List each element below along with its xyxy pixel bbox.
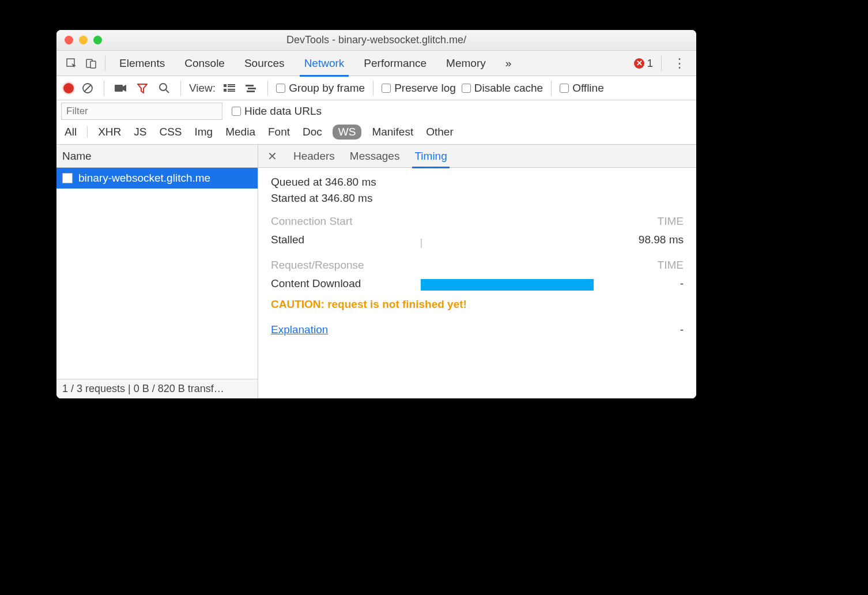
tab-headers[interactable]: Headers: [291, 145, 337, 168]
titlebar: DevTools - binary-websocket.glitch.me/: [56, 30, 696, 51]
network-body: Name binary-websocket.glitch.me 1 / 3 re…: [56, 145, 696, 398]
inspect-element-icon[interactable]: [63, 55, 80, 71]
separator: [551, 81, 552, 96]
tab-timing[interactable]: Timing: [412, 145, 449, 168]
separator: [661, 56, 662, 71]
queued-text: Queued at 346.80 ms: [271, 176, 684, 189]
tab-console[interactable]: Console: [176, 51, 233, 76]
type-all[interactable]: All: [62, 125, 79, 140]
tab-elements[interactable]: Elements: [111, 51, 173, 76]
time-header: TIME: [658, 259, 684, 272]
filter-row: Hide data URLs: [56, 100, 696, 122]
checkbox-label: Offline: [572, 82, 604, 95]
content-download-row: Content Download -: [271, 275, 684, 292]
svg-line-7: [166, 90, 169, 93]
stalled-row: Stalled 98.98 ms: [271, 231, 684, 248]
checkbox-icon: [382, 84, 391, 93]
type-font[interactable]: Font: [266, 125, 292, 140]
stalled-value: 98.98 ms: [620, 234, 684, 246]
svg-rect-5: [115, 85, 123, 92]
type-media[interactable]: Media: [223, 125, 258, 140]
filter-icon[interactable]: [134, 80, 150, 96]
error-badge[interactable]: ✕ 1: [634, 57, 653, 70]
checkbox-icon: [232, 107, 241, 116]
search-icon[interactable]: [156, 80, 172, 96]
status-bar: 1 / 3 requests | 0 B / 820 B transf…: [56, 379, 258, 398]
hide-data-urls-checkbox[interactable]: Hide data URLs: [232, 105, 322, 118]
type-css[interactable]: CSS: [157, 125, 184, 140]
preserve-log-checkbox[interactable]: Preserve log: [382, 82, 456, 95]
checkbox-label: Preserve log: [394, 82, 456, 95]
tab-label: Sources: [244, 57, 285, 70]
tabs-overflow[interactable]: »: [497, 51, 520, 76]
svg-rect-8: [224, 84, 227, 87]
type-ws[interactable]: WS: [333, 125, 362, 140]
svg-rect-13: [228, 91, 235, 92]
explanation-row: Explanation -: [271, 323, 684, 336]
explanation-link[interactable]: Explanation: [271, 323, 328, 336]
clear-icon[interactable]: [80, 80, 96, 96]
record-button[interactable]: [63, 83, 74, 93]
separator: [104, 81, 104, 96]
separator: [87, 126, 88, 138]
explanation-value: -: [680, 323, 684, 336]
large-rows-icon[interactable]: [221, 80, 237, 96]
filter-input[interactable]: [61, 103, 222, 120]
more-menu-icon[interactable]: ⋮: [670, 56, 689, 71]
tab-label: Elements: [119, 57, 165, 70]
tab-label: Network: [304, 57, 345, 70]
caution-text: CAUTION: request is not finished yet!: [271, 298, 684, 311]
download-label: Content Download: [271, 277, 421, 290]
separator: [267, 81, 268, 96]
download-value: -: [620, 277, 684, 290]
section-label: Request/Response: [271, 259, 364, 272]
disable-cache-checkbox[interactable]: Disable cache: [462, 82, 543, 95]
type-doc[interactable]: Doc: [300, 125, 324, 140]
tab-label: Performance: [364, 57, 427, 70]
type-img[interactable]: Img: [193, 125, 216, 140]
request-name: binary-websocket.glitch.me: [78, 172, 210, 184]
svg-rect-9: [228, 84, 235, 85]
type-js[interactable]: JS: [131, 125, 149, 140]
tab-sources[interactable]: Sources: [236, 51, 293, 76]
svg-point-6: [160, 84, 167, 91]
close-detail-icon[interactable]: ✕: [264, 149, 281, 163]
checkbox-icon: [462, 84, 471, 93]
network-toolbar: View: Group by frame Preserve log Disabl…: [56, 76, 696, 100]
checkbox-label: Disable cache: [474, 82, 543, 95]
request-row[interactable]: binary-websocket.glitch.me: [56, 168, 258, 189]
offline-checkbox[interactable]: Offline: [560, 82, 604, 95]
svg-rect-2: [90, 61, 96, 68]
separator: [105, 56, 105, 71]
detail-tabs: ✕ Headers Messages Timing: [258, 145, 696, 168]
group-by-frame-checkbox[interactable]: Group by frame: [276, 82, 365, 95]
type-filter-row: All XHR JS CSS Img Media Font Doc WS Man…: [56, 122, 696, 145]
tab-performance[interactable]: Performance: [356, 51, 435, 76]
overflow-label: »: [505, 57, 512, 70]
camera-icon[interactable]: [112, 80, 129, 96]
tab-network[interactable]: Network: [296, 51, 353, 76]
close-window-button[interactable]: [65, 36, 73, 44]
tab-messages[interactable]: Messages: [348, 145, 402, 168]
svg-line-4: [84, 85, 91, 92]
maximize-window-button[interactable]: [93, 36, 102, 44]
view-label: View:: [189, 82, 216, 95]
connection-start-header: Connection Start TIME: [271, 215, 684, 228]
type-xhr[interactable]: XHR: [96, 125, 123, 140]
type-other[interactable]: Other: [424, 125, 456, 140]
section-label: Connection Start: [271, 215, 353, 228]
devtools-window: DevTools - binary-websocket.glitch.me/ E…: [56, 30, 696, 398]
checkbox-label: Hide data URLs: [244, 105, 322, 118]
waterfall-view-icon[interactable]: [243, 80, 259, 96]
traffic-lights: [56, 36, 102, 44]
svg-rect-12: [228, 89, 235, 90]
type-manifest[interactable]: Manifest: [369, 125, 416, 140]
window-title: DevTools - binary-websocket.glitch.me/: [56, 34, 696, 46]
minimize-window-button[interactable]: [79, 36, 88, 44]
tab-memory[interactable]: Memory: [438, 51, 494, 76]
stalled-label: Stalled: [271, 234, 421, 246]
device-toolbar-icon[interactable]: [83, 55, 99, 71]
request-detail-pane: ✕ Headers Messages Timing Queued at 346.…: [258, 145, 696, 398]
svg-rect-14: [246, 85, 254, 86]
name-column-header[interactable]: Name: [56, 145, 258, 168]
